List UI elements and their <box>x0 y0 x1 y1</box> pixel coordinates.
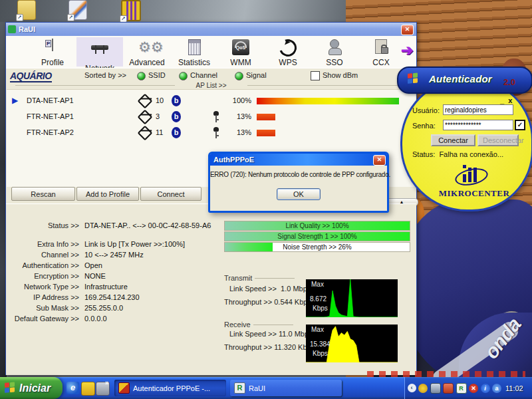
network-icon <box>91 45 108 61</box>
transmit-throughput: Throughput >> 0.544 Kbps <box>224 298 311 306</box>
windows-logo-icon <box>408 72 419 85</box>
toolbar-next-arrow-icon[interactable]: ➔ <box>401 37 413 64</box>
channel-icon <box>138 94 153 109</box>
quicklaunch-overflow-chevron[interactable]: » <box>105 379 109 386</box>
radio-sort-signal[interactable] <box>235 72 243 80</box>
tab-ccx[interactable]: CCX <box>358 37 404 66</box>
dialog-ok-button[interactable]: OK <box>277 188 321 200</box>
tray-language-icon[interactable]: a <box>492 384 501 393</box>
ap-row-ftr-net-ap2[interactable]: FTR-NET-AP2 11 b 13% <box>7 125 416 141</box>
ap-list-label: AP List >> <box>6 82 416 89</box>
link-quality-bar: Link Quality >> 100% <box>224 221 410 231</box>
tab-wps[interactable]: WPS <box>265 37 311 66</box>
desktop-icon-chart-app[interactable]: ➚ <box>121 0 141 21</box>
wps-icon <box>279 39 297 55</box>
system-tray: ‹ R ✕ i a 11:02 <box>404 377 532 399</box>
autenticador-task-icon <box>118 382 130 394</box>
quicklaunch-browser-icon[interactable]: e <box>66 382 79 394</box>
authpppoe-dialog: AuthPPPoE ✕ ERRO (720): Nenhum protocolo… <box>208 152 389 213</box>
usuario-label: Usuário: <box>412 106 440 114</box>
raui-title-bar[interactable]: RaUI ✕ <box>6 23 416 36</box>
receive-link-speed: Link Speed >> 11.0 Mbps <box>229 330 313 338</box>
mode-b-icon: b <box>172 95 181 106</box>
channel-icon <box>138 110 153 125</box>
tray-disconnected-icon[interactable]: ✕ <box>469 384 478 393</box>
windows-logo-icon <box>5 382 16 394</box>
show-dbm-checkbox[interactable] <box>311 71 320 80</box>
tray-badge-icon[interactable] <box>418 384 428 393</box>
dialog-error-message: ERRO (720): Nenhum protocolo de controle… <box>210 171 387 178</box>
shortcut-arrow-icon: ➚ <box>67 14 74 21</box>
rescan-button[interactable]: Rescan <box>11 187 75 201</box>
task-button-raui[interactable]: R RaUI <box>230 380 342 396</box>
transmit-history-chart: Max 8.672 Kbps <box>306 279 398 317</box>
receive-section-label: Receive <box>224 321 251 329</box>
desconectar-button[interactable]: Desconectar <box>477 134 519 146</box>
tray-hidden-icons-chevron[interactable]: ‹ <box>408 384 416 392</box>
desktop-icon-app-swoosh[interactable]: ➚ <box>68 0 87 20</box>
dialog-close-button[interactable]: ✕ <box>373 155 386 166</box>
signal-bar <box>257 130 275 136</box>
raui-toolbar: P Profile Network ⚙⚙ Advanced Statistics… <box>6 36 416 68</box>
raui-close-button[interactable]: ✕ <box>401 25 414 35</box>
start-button[interactable]: Iniciar <box>0 377 63 399</box>
tray-remote-connection-icon[interactable] <box>443 383 454 394</box>
autenticador-status: Status: Falha na conexão... <box>412 150 503 158</box>
ap-row-dta-net-ap1[interactable]: ▶ DTA-NET-AP1 10 b 100% <box>7 93 416 109</box>
show-dbm-label: Show dBm <box>323 71 358 79</box>
desktop-icon-folder[interactable]: ➚ <box>17 0 36 20</box>
autenticador-banner[interactable]: Autenticador 2.0 <box>397 66 532 94</box>
autenticador-minimize-close[interactable]: _x <box>500 96 516 104</box>
qos-icon: QoS <box>232 39 249 55</box>
raui-app-icon <box>8 25 16 33</box>
usuario-field[interactable] <box>443 104 513 115</box>
quicklaunch-messenger-icon[interactable] <box>81 382 95 396</box>
tab-network[interactable]: Network <box>76 37 123 66</box>
senha-field[interactable] <box>443 120 513 130</box>
mode-b-icon: b <box>172 127 181 138</box>
channel-icon <box>138 126 153 141</box>
transmit-link-speed: Link Speed >> 1.0 Mbps <box>229 285 311 293</box>
profile-icon: P <box>44 39 61 55</box>
signal-bar <box>257 114 275 120</box>
mode-b-icon: b <box>172 111 181 122</box>
close-button[interactable]: x <box>508 96 516 104</box>
connect-button[interactable]: Connect <box>140 187 201 201</box>
radio-sort-channel[interactable] <box>179 72 188 80</box>
mikrocenter-logo-icon <box>458 164 484 186</box>
signal-bar <box>257 98 399 104</box>
conectar-button[interactable]: Conectar <box>431 134 475 146</box>
tab-profile[interactable]: P Profile <box>29 37 76 66</box>
sort-bar: AQUÁRIO Sorted by >> SSID Channel Signal… <box>6 68 416 82</box>
encryption-key-icon <box>213 127 219 139</box>
raui-task-icon: R <box>234 382 245 394</box>
add-to-profile-button[interactable]: Add to Profile <box>76 187 139 201</box>
photo-timestamp-fragment <box>367 371 525 377</box>
taskbar-clock: 11:02 <box>505 384 523 392</box>
statistics-icon <box>186 39 203 55</box>
tab-wmm[interactable]: QoS WMM <box>217 37 264 66</box>
radio-sort-ssid[interactable] <box>137 72 146 80</box>
task-button-autenticador[interactable]: Autenticador PPPoE -... <box>114 380 226 396</box>
ap-row-ftr-net-ap1[interactable]: FTR-NET-AP1 3 b 13% <box>7 109 416 125</box>
aquario-logo: AQUÁRIO <box>10 70 52 82</box>
desktop: onda ➚ ➚ ➚ RaUI ✕ P Profile Network <box>0 0 532 399</box>
signal-strength-bar: Signal Strength 1 >> 100% <box>224 231 410 241</box>
tab-sso[interactable]: SSO <box>311 37 358 66</box>
receive-history-chart: Max 15.384 Kbps <box>306 325 398 362</box>
tab-statistics[interactable]: Statistics <box>171 37 217 66</box>
tab-advanced[interactable]: ⚙⚙ Advanced <box>124 37 170 66</box>
sort-channel-label: Channel <box>190 71 217 79</box>
selected-ap-arrow-icon: ▶ <box>12 96 18 105</box>
shortcut-arrow-icon: ➚ <box>16 14 23 21</box>
save-password-checkbox[interactable]: ✓ <box>515 120 525 130</box>
tray-network-icon[interactable] <box>430 383 441 394</box>
sorted-by-label: Sorted by >> <box>84 71 126 79</box>
gears-icon: ⚙⚙ <box>138 39 156 55</box>
authpppoe-title-bar[interactable]: AuthPPPoE ✕ <box>210 154 387 166</box>
dialog-title: AuthPPPoE <box>213 156 254 164</box>
minimize-button[interactable]: _ <box>500 96 508 104</box>
tray-info-icon[interactable]: i <box>481 384 490 393</box>
sort-ssid-label: SSID <box>148 71 166 79</box>
tray-ralink-icon[interactable]: R <box>456 383 467 394</box>
